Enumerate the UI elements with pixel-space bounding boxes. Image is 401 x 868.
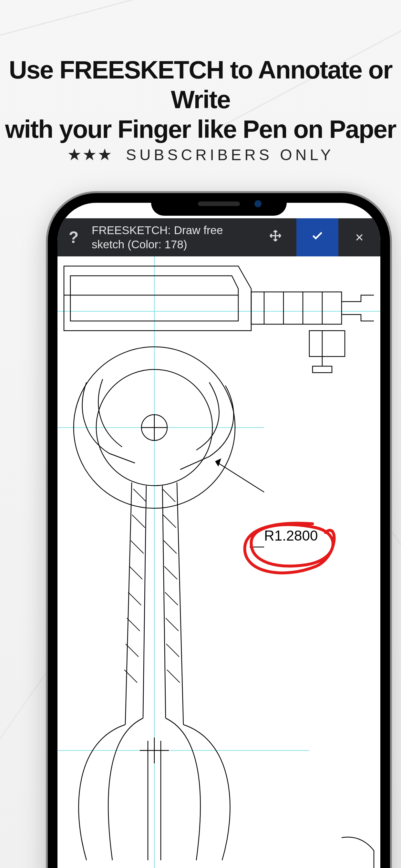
svg-line-24 [128,592,141,605]
svg-line-29 [163,515,176,528]
svg-rect-5 [251,292,342,324]
confirm-button[interactable] [297,218,338,256]
svg-line-33 [166,618,179,631]
svg-line-21 [132,515,145,528]
tool-title: FREESKETCH: Draw free sketch (Color: 178… [90,223,254,252]
svg-marker-18 [216,459,220,466]
svg-line-22 [131,540,144,554]
close-icon: × [355,229,364,245]
tool-title-line2: sketch (Color: 178) [92,238,187,251]
phone-screen: ? FREESKETCH: Draw free sketch (Color: 1… [58,203,380,868]
star-icons: ★★★ [67,146,113,164]
close-button[interactable]: × [338,218,380,256]
drawing-canvas[interactable]: R1.2800 [58,256,380,868]
subscribers-badge: ★★★ SUBSCRIBERS ONLY [0,145,401,164]
phone-camera [254,200,261,207]
svg-line-30 [164,540,177,554]
dimension-label: R1.2800 [264,528,318,544]
svg-line-32 [165,592,178,605]
svg-line-31 [164,566,177,579]
svg-line-35 [167,670,180,683]
subscribers-label: SUBSCRIBERS ONLY [126,146,334,163]
svg-line-20 [133,489,146,502]
phone-notch [151,193,287,216]
svg-line-23 [129,566,143,579]
svg-line-25 [127,618,140,631]
phone-speaker [198,202,240,206]
svg-rect-10 [309,331,345,356]
tool-title-line1: FREESKETCH: Draw free [92,224,223,237]
svg-line-34 [166,644,179,657]
move-button[interactable] [254,218,297,256]
bg-line [0,0,316,51]
headline-line1: Use FREESKETCH to Annotate or Write [9,56,392,114]
svg-line-28 [162,489,175,502]
promo-headline: Use FREESKETCH to Annotate or Write with… [0,55,401,144]
check-icon [311,229,324,245]
headline-line2: with your Finger like Pen on Paper [5,115,396,144]
help-button[interactable]: ? [58,228,90,247]
tool-toolbar: ? FREESKETCH: Draw free sketch (Color: 1… [58,218,380,256]
svg-line-17 [216,461,264,492]
move-icon [268,228,282,246]
phone-frame: ? FREESKETCH: Draw free sketch (Color: 1… [48,193,390,868]
